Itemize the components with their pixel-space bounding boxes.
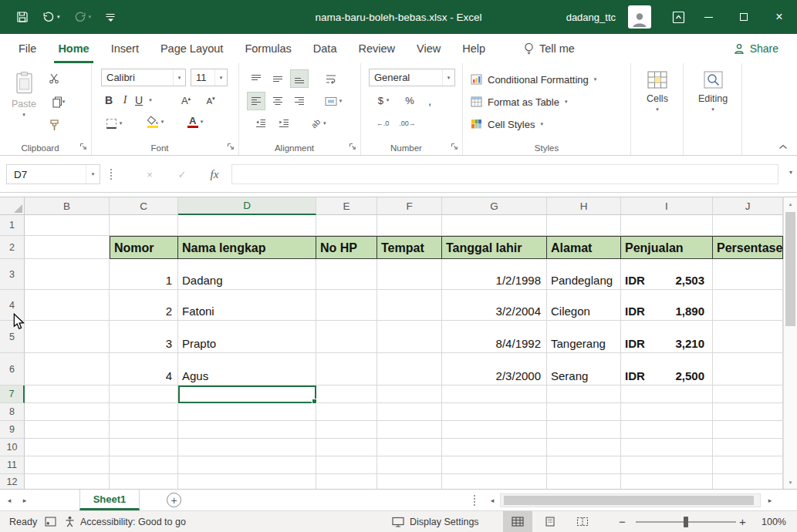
middle-align-button[interactable] — [268, 69, 287, 88]
cell-D4[interactable]: Fatoni — [178, 290, 316, 321]
ribbon-tab-data[interactable]: Data — [302, 34, 348, 63]
cell-H11[interactable] — [547, 456, 621, 474]
cell-F4[interactable] — [377, 290, 442, 321]
orientation-button[interactable]: ab ▾ — [306, 114, 332, 133]
cell-C8[interactable] — [110, 403, 178, 421]
cell-G5[interactable]: 8/4/1992 — [442, 321, 547, 353]
redo-button[interactable]: ▾ — [69, 5, 97, 29]
italic-button[interactable]: I — [118, 91, 132, 109]
cell-G6[interactable]: 2/3/2000 — [442, 353, 547, 386]
increase-font-size-button[interactable]: A▴ — [175, 91, 197, 109]
borders-dropdown-icon[interactable]: ▾ — [120, 120, 123, 126]
tabbar-splitter[interactable] — [473, 494, 476, 507]
cell-J8[interactable] — [713, 403, 783, 421]
cancel-entry-button[interactable]: × — [139, 164, 160, 184]
page-layout-view-button[interactable] — [535, 511, 565, 532]
cell-F5[interactable] — [377, 321, 442, 353]
cell-G9[interactable] — [442, 421, 547, 439]
comma-style-button[interactable]: , — [421, 91, 438, 109]
cell-F6[interactable] — [377, 353, 442, 386]
cell-C6[interactable]: 4 — [110, 353, 178, 386]
cell-B5[interactable] — [25, 321, 110, 353]
column-header-H[interactable]: H — [547, 197, 621, 215]
cell-H9[interactable] — [547, 421, 621, 439]
display-settings-button[interactable]: Display Settings — [392, 511, 479, 532]
clipboard-dialog-launcher[interactable] — [79, 142, 88, 151]
cut-button[interactable] — [45, 69, 63, 88]
font-color-button[interactable]: A ▾ — [181, 113, 209, 131]
cell-B6[interactable] — [25, 353, 110, 386]
scroll-up-icon[interactable]: ▴ — [784, 197, 797, 210]
cell-G10[interactable] — [442, 439, 547, 456]
number-format-dropdown-icon[interactable]: ▾ — [442, 69, 454, 86]
cell-F2[interactable]: Tempat — [377, 236, 442, 259]
font-name-dropdown-icon[interactable]: ▾ — [173, 69, 185, 86]
cell-C3[interactable]: 1 — [110, 259, 178, 290]
cell-I3[interactable]: IDR2,503 — [621, 259, 713, 290]
cell-C11[interactable] — [110, 456, 178, 474]
number-dialog-launcher[interactable] — [450, 142, 459, 151]
cell-F8[interactable] — [377, 403, 442, 421]
bottom-align-button[interactable] — [290, 69, 309, 88]
cell-D5[interactable]: Prapto — [178, 321, 316, 353]
formula-bar-handle[interactable] — [110, 168, 113, 180]
save-button[interactable] — [11, 5, 34, 29]
font-size-dropdown-icon[interactable]: ▾ — [214, 69, 227, 86]
underline-button[interactable]: U — [132, 91, 146, 109]
cell-J6[interactable] — [713, 353, 783, 386]
row-header-6[interactable]: 6 — [0, 353, 25, 386]
column-header-C[interactable]: C — [110, 197, 178, 215]
expand-formula-bar-icon[interactable]: ▾ — [789, 169, 792, 176]
merge-center-button[interactable]: ▾ — [319, 92, 347, 110]
cell-F7[interactable] — [377, 386, 442, 403]
cell-J2[interactable]: Persentase — [713, 236, 783, 259]
cell-E12[interactable] — [316, 474, 377, 489]
cell-E1[interactable] — [316, 215, 377, 236]
orientation-dropdown-icon[interactable]: ▾ — [323, 120, 326, 126]
font-size-select[interactable]: 11▾ — [191, 69, 228, 86]
insert-function-button[interactable]: fx — [204, 164, 225, 184]
zoom-slider[interactable] — [636, 511, 736, 532]
vertical-scrollbar[interactable]: ▴ ▾ — [783, 197, 797, 489]
cell-B8[interactable] — [25, 403, 110, 421]
cell-J3[interactable] — [713, 259, 783, 290]
cell-I2[interactable]: Penjualan — [621, 236, 713, 259]
cell-C10[interactable] — [110, 439, 178, 456]
cell-E8[interactable] — [316, 403, 377, 421]
ribbon-tab-file[interactable]: File — [8, 34, 47, 63]
cell-C2[interactable]: Nomor — [110, 236, 178, 259]
underline-dropdown-icon[interactable]: ▾ — [146, 91, 155, 109]
cell-I9[interactable] — [621, 421, 713, 439]
cell-C4[interactable]: 2 — [110, 290, 178, 321]
cell-D6[interactable]: Agus — [178, 353, 316, 386]
cell-J12[interactable] — [713, 474, 783, 489]
cell-E10[interactable] — [316, 439, 377, 456]
fill-color-dropdown-icon[interactable]: ▾ — [161, 119, 164, 125]
row-header-11[interactable]: 11 — [0, 456, 25, 474]
vertical-scrollbar-thumb[interactable] — [785, 212, 795, 326]
cell-D1[interactable] — [178, 215, 316, 236]
cell-F11[interactable] — [377, 456, 442, 474]
cell-D8[interactable] — [178, 403, 316, 421]
undo-dropdown-icon[interactable]: ▾ — [57, 14, 60, 20]
ribbon-tab-help[interactable]: Help — [451, 34, 496, 63]
increase-decimal-button[interactable]: ←.0 — [372, 114, 393, 133]
cell-D12[interactable] — [178, 474, 316, 489]
cell-D7[interactable] — [178, 386, 316, 403]
page-break-view-button[interactable] — [568, 511, 597, 532]
cell-B7[interactable] — [25, 386, 110, 403]
column-header-D[interactable]: D — [178, 197, 316, 215]
cell-C7[interactable] — [110, 386, 178, 403]
cell-H10[interactable] — [547, 439, 621, 456]
share-button[interactable]: Share — [726, 39, 786, 59]
percent-style-button[interactable]: % — [401, 91, 418, 109]
collapse-ribbon-button[interactable] — [778, 144, 788, 150]
paste-button[interactable]: Paste ▾ — [6, 68, 42, 137]
cell-E7[interactable] — [316, 386, 377, 403]
wrap-text-button[interactable] — [319, 69, 343, 88]
cell-J1[interactable] — [713, 215, 783, 236]
zoom-level[interactable]: 100% — [762, 511, 786, 532]
column-header-J[interactable]: J — [713, 197, 783, 215]
cell-J10[interactable] — [713, 439, 783, 456]
cells-button[interactable]: Cells ▾ — [640, 68, 675, 137]
